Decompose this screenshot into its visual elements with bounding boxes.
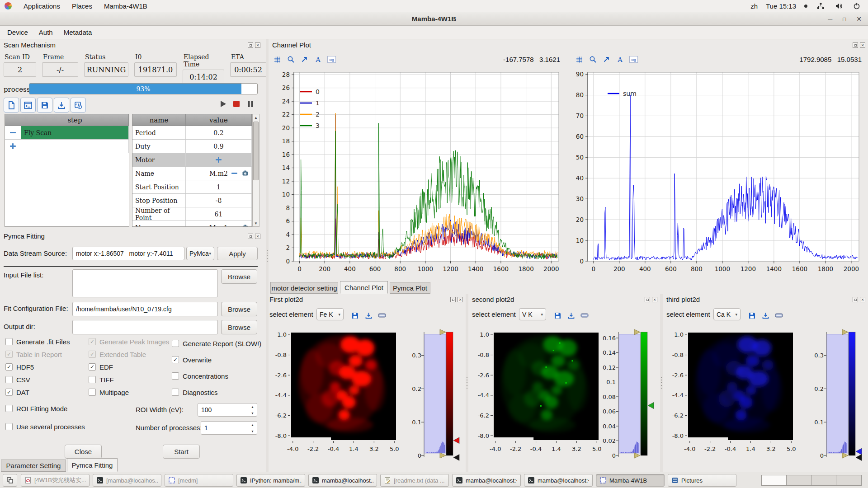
step-row[interactable] xyxy=(5,140,129,153)
show-desktop-button[interactable] xyxy=(3,474,17,487)
checkbox-diagnostics[interactable]: Diagnostics xyxy=(172,388,218,397)
apply-button[interactable]: Apply xyxy=(217,247,258,260)
new-file-button[interactable] xyxy=(4,98,19,113)
fit-config-input[interactable] xyxy=(72,302,218,316)
tab-channel-plot[interactable]: Channel Plot xyxy=(340,281,388,294)
engine-select[interactable]: PyMca▾ xyxy=(186,247,214,260)
scrollbar-thumb[interactable] xyxy=(253,122,259,180)
param-table-scrollbar[interactable]: ▲ ▼ xyxy=(252,114,259,227)
tab-pymca-fitting[interactable]: Pymca Fitting xyxy=(67,458,118,472)
export-button[interactable] xyxy=(363,310,373,320)
param-row[interactable]: Start Position1 xyxy=(132,180,252,194)
scroll-down-icon[interactable]: ▼ xyxy=(253,220,259,226)
spin-up-icon[interactable]: ▲ xyxy=(248,404,257,410)
grid-toggle-button[interactable] xyxy=(574,54,584,64)
save-button[interactable] xyxy=(747,310,757,320)
roi-width-spinner[interactable]: ▲▼ xyxy=(198,403,257,417)
play-button[interactable] xyxy=(218,99,228,109)
export-button[interactable] xyxy=(566,310,576,320)
add-motor-icon[interactable] xyxy=(216,157,222,163)
power-icon[interactable] xyxy=(852,1,862,11)
plot2d-body[interactable]: 1.0-0.8-2.6-4.4-6.2-8.0-4.0-2.2-0.41.43.… xyxy=(266,324,466,472)
spin-down-icon[interactable]: ▼ xyxy=(248,428,257,434)
window-title-bar[interactable]: Mamba-4W1B ─ ◻ ✕ xyxy=(0,12,868,26)
active-window-menu[interactable]: Mamba-4W1B xyxy=(104,2,147,10)
param-value-cell[interactable]: -8 xyxy=(186,194,252,207)
import-button[interactable] xyxy=(54,98,69,113)
pan-button[interactable] xyxy=(601,54,611,64)
workspace-3[interactable] xyxy=(811,475,836,485)
checkbox-overwrite[interactable]: ✓Overwrite xyxy=(172,355,212,364)
float-panel-button[interactable] xyxy=(645,297,650,302)
plot2d-body[interactable]: 1.0-0.8-2.6-4.4-6.2-8.0-4.0-2.2-0.41.43.… xyxy=(663,324,868,472)
channel-plot-left[interactable]: 0200400600800100012001400160018002000024… xyxy=(269,68,566,281)
places-menu[interactable]: Places xyxy=(72,2,92,10)
close-button[interactable]: ✕ xyxy=(856,16,862,22)
plot2d-body[interactable]: 1.0-0.8-2.6-4.4-6.2-8.0-4.0-2.2-0.41.43.… xyxy=(468,324,660,472)
float-panel-button[interactable] xyxy=(853,297,858,302)
workspace-switcher[interactable] xyxy=(761,475,862,486)
log-scale-button[interactable]: log xyxy=(628,54,638,64)
checkbox-concentrations[interactable]: Concentrations xyxy=(172,371,228,380)
volume-icon[interactable] xyxy=(834,1,844,11)
maximize-button[interactable]: ◻ xyxy=(842,17,846,22)
export-button[interactable] xyxy=(760,310,770,320)
remove-step-icon[interactable] xyxy=(10,132,16,133)
tab-motor-detector-setting[interactable]: motor detector setting xyxy=(270,282,338,294)
browse-input-files-button[interactable]: Browse xyxy=(221,269,257,284)
param-row[interactable]: Duty0.9 xyxy=(132,140,252,153)
checkbox-generate-report-slow-[interactable]: Generate Report (SLOW!) xyxy=(172,339,261,348)
param-value-cell[interactable]: M.m1 xyxy=(186,221,252,227)
taskbar-item-4[interactable]: mamba@localhost... xyxy=(308,474,377,487)
param-row[interactable]: Motor xyxy=(132,153,252,167)
start-fitting-button[interactable]: Start xyxy=(163,445,200,459)
taskbar-item-7[interactable]: mamba@localhost:~ xyxy=(524,474,593,487)
menu-metadata[interactable]: Metadata xyxy=(59,27,97,38)
close-panel-button[interactable]: ✕ xyxy=(255,42,260,48)
param-value-cell[interactable]: 0.2 xyxy=(186,126,252,139)
colormap-button[interactable] xyxy=(580,310,590,320)
menu-auth[interactable]: Auth xyxy=(34,27,57,38)
close-panel-button[interactable]: ✕ xyxy=(860,42,865,48)
float-panel-button[interactable] xyxy=(248,234,253,239)
stop-button[interactable] xyxy=(231,99,241,109)
taskbar-item-0[interactable]: [4W1B荧光线站实... xyxy=(21,474,90,487)
data-stream-input[interactable] xyxy=(72,247,184,260)
num-processes-spinner[interactable]: ▲▼ xyxy=(201,421,257,435)
taskbar-item-8[interactable]: Mamba-4W1B xyxy=(596,474,665,487)
checkbox-csv[interactable]: CSV xyxy=(5,375,30,384)
spin-up-icon[interactable]: ▲ xyxy=(248,422,257,428)
step-name-cell[interactable]: Fly Scan xyxy=(21,126,129,139)
param-value-cell[interactable]: M.m2 xyxy=(186,167,252,180)
checkbox-multipage[interactable]: Multipage xyxy=(89,388,129,397)
zoom-button[interactable] xyxy=(286,54,296,64)
roi-fitting-mode-checkbox[interactable]: ROI Fitting Mode xyxy=(5,404,67,413)
close-panel-button[interactable]: ✕ xyxy=(652,297,657,302)
close-panel-button[interactable]: ✕ xyxy=(458,297,463,302)
float-panel-button[interactable] xyxy=(853,42,858,48)
browse-output-dir-button[interactable]: Browse xyxy=(221,320,257,334)
taskbar-item-2[interactable]: [medm] xyxy=(165,474,233,487)
param-value-cell[interactable]: 61 xyxy=(186,207,252,221)
pause-button[interactable] xyxy=(245,99,255,109)
close-fitting-button[interactable]: Close xyxy=(65,445,102,459)
param-value-cell[interactable] xyxy=(186,153,252,166)
taskbar-item-9[interactable]: Pictures xyxy=(668,474,736,487)
remove-motor-icon[interactable] xyxy=(231,173,237,174)
workspace-2[interactable] xyxy=(787,475,811,485)
save-button[interactable] xyxy=(350,310,360,320)
plot2d-splitter[interactable] xyxy=(466,294,468,472)
taskbar-item-5[interactable]: [readme.txt (data ... xyxy=(380,474,449,487)
element-select[interactable]: Ca K▾ xyxy=(713,308,741,320)
element-select[interactable]: V K▾ xyxy=(519,308,546,320)
output-dir-input[interactable] xyxy=(72,320,218,334)
checkbox-hdf5[interactable]: ✓HDF5 xyxy=(5,362,34,371)
save-button[interactable] xyxy=(37,98,52,113)
plot2d-splitter[interactable] xyxy=(660,294,663,472)
scroll-up-icon[interactable]: ▲ xyxy=(253,114,259,121)
float-panel-button[interactable] xyxy=(450,297,456,302)
checkbox-generate-fit-files[interactable]: Generate .fit Files xyxy=(5,337,70,346)
save-button[interactable] xyxy=(552,310,562,320)
step-row[interactable]: Fly Scan xyxy=(5,126,129,140)
grid-toggle-button[interactable] xyxy=(272,54,282,64)
